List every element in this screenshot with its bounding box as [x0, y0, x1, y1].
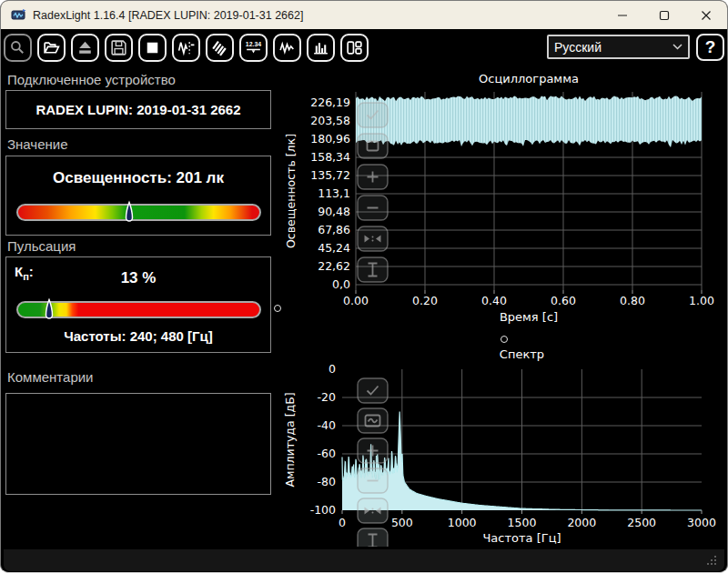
layout-view-button[interactable]	[340, 34, 369, 62]
comments-input[interactable]	[5, 393, 271, 495]
spectrum-chart[interactable]: 0-20-40-60-80-10005001000150020002500300…	[283, 345, 724, 547]
save-file-button[interactable]	[105, 34, 133, 62]
osc-ytick-label: 158,34	[310, 150, 350, 164]
osc-ytick-label: 90,48	[318, 205, 350, 218]
spec-ytick-label: -60	[318, 447, 336, 460]
pulsation-gauge-bar	[16, 301, 261, 318]
chevron-down-icon	[672, 44, 682, 50]
spec-xtick-label: 3000	[687, 516, 716, 529]
spec-ytick-label: -40	[318, 418, 336, 432]
spec-signal-button[interactable]	[358, 408, 388, 433]
readout-text: 12.34	[246, 41, 261, 47]
pulsation-section-header: Пульсация	[7, 238, 76, 254]
pulsation-box: Кп: 13 % Частоты: 240; 480 [Гц]	[5, 256, 271, 353]
device-section-header: Подключенное устройство	[7, 72, 176, 87]
search-device-button[interactable]	[4, 34, 32, 62]
osc-cursor-button[interactable]	[358, 257, 388, 282]
osc-ylabel: Освещенность [лк]	[284, 134, 298, 248]
charts-splitter-handle-icon[interactable]	[500, 336, 508, 343]
left-splitter-handle-icon[interactable]	[274, 305, 281, 312]
osc-ytick-label: 180,96	[310, 132, 350, 146]
open-file-button[interactable]	[37, 34, 66, 62]
eject-icon	[76, 38, 95, 57]
osc-xtick-label: 0.60	[551, 294, 576, 307]
osc-ytick-label: 0,0	[332, 277, 350, 291]
osc-zoom-in-button[interactable]	[358, 165, 388, 189]
value-display-view-button[interactable]: 12.34	[239, 34, 268, 62]
osc-ytick-label: 203,58	[310, 114, 350, 127]
titlebar[interactable]: RadexLight 1.16.4 [RADEX LUPIN: 2019-01-…	[1, 1, 727, 29]
waveform-marker-icon	[177, 38, 196, 57]
osc-ytick-label: 22,62	[318, 259, 350, 273]
osc-title: Осциллограмма	[479, 72, 579, 85]
osc-xtick-label: 0.80	[620, 294, 645, 307]
magnifier-icon	[8, 38, 27, 57]
spectrum-view-button[interactable]	[307, 34, 335, 62]
comments-section-header: Комментарии	[7, 369, 93, 385]
osc-select-button[interactable]	[358, 103, 388, 127]
oscillogram-view-button[interactable]	[273, 34, 301, 62]
pulsation-marker-icon	[44, 297, 56, 326]
stop-measurement-button[interactable]	[138, 34, 167, 62]
digital-readout-icon: 12.34	[244, 38, 263, 57]
pulsation-mode-button[interactable]	[206, 34, 234, 62]
osc-xtick-label: 1.00	[689, 294, 714, 307]
maximize-button[interactable]	[643, 1, 685, 29]
spec-zoom-out-button[interactable]	[358, 468, 388, 493]
close-button[interactable]	[685, 1, 727, 29]
spec-fit-width-button[interactable]	[358, 498, 388, 523]
device-name: RADEX LUPIN: 2019-01-31 2662	[35, 102, 240, 117]
minimize-button[interactable]	[602, 1, 643, 29]
resize-grip-icon[interactable]	[706, 555, 717, 566]
spec-cursor-button[interactable]	[358, 528, 388, 547]
osc-xtick-label: 0.00	[343, 294, 369, 307]
stop-square-icon	[143, 38, 162, 57]
illuminance-marker-icon	[123, 200, 135, 228]
measurement-mode-button[interactable]	[172, 34, 200, 62]
minimize-icon	[617, 10, 628, 21]
spec-ytick-label: -100	[310, 503, 336, 517]
help-button[interactable]: ?	[696, 34, 724, 61]
osc-zoom-out-button[interactable]	[358, 196, 388, 220]
frequencies-text: Частоты: 240; 480 [Гц]	[6, 328, 270, 344]
illuminance-reading: Освещенность: 201 лк	[6, 169, 270, 187]
bar-chart-icon	[311, 38, 330, 57]
osc-ytick-label: 67,86	[318, 223, 350, 236]
value-section-header: Значение	[7, 136, 68, 152]
spec-ytick-label: 0	[329, 362, 336, 376]
osc-xtick-label: 0.40	[481, 294, 507, 307]
spec-xtick-label: 1000	[448, 516, 477, 529]
spec-xlabel: Частота [Гц]	[482, 531, 561, 545]
app-window: RadexLight 1.16.4 [RADEX LUPIN: 2019-01-…	[0, 0, 728, 573]
oscillogram-icon	[278, 38, 297, 57]
help-label: ?	[705, 37, 716, 57]
spec-zoom-in-button[interactable]	[358, 438, 388, 463]
spec-ytick-label: -20	[318, 390, 336, 404]
spec-labels: 0-20-40-60-80-10005001000150020002500300…	[283, 347, 716, 545]
spec-select-button[interactable]	[358, 378, 388, 403]
eject-device-button[interactable]	[71, 34, 99, 62]
spec-xtick-label: 0	[339, 516, 346, 529]
osc-autoscale-button[interactable]	[358, 134, 388, 158]
spec-ytick-label: -80	[318, 475, 336, 488]
status-bar	[4, 549, 724, 571]
maximize-icon	[659, 10, 670, 21]
hatch-lines-icon	[210, 38, 229, 57]
spec-xtick-label: 2500	[627, 516, 656, 529]
osc-ytick-label: 113,1	[318, 186, 350, 200]
osc-fit-width-button[interactable]	[358, 226, 388, 251]
spec-title: Спектр	[500, 347, 544, 361]
device-box: RADEX LUPIN: 2019-01-31 2662	[5, 90, 271, 129]
app-icon	[11, 7, 26, 23]
window-title: RadexLight 1.16.4 [RADEX LUPIN: 2019-01-…	[33, 9, 303, 22]
osc-ytick-label: 226,19	[310, 96, 350, 109]
language-select[interactable]: Русский	[547, 35, 690, 59]
close-icon	[701, 10, 712, 21]
osc-ytick-label: 135,72	[310, 168, 350, 182]
language-select-value: Русский	[554, 40, 672, 55]
kp-value: 13 %	[6, 269, 270, 287]
oscillogram-chart[interactable]: 226,19203,58180,96158,34135,72113,190,48…	[283, 69, 724, 347]
osc-xtick-label: 0.20	[412, 294, 438, 307]
open-folder-icon	[42, 38, 61, 57]
value-box: Освещенность: 201 лк	[5, 156, 271, 236]
